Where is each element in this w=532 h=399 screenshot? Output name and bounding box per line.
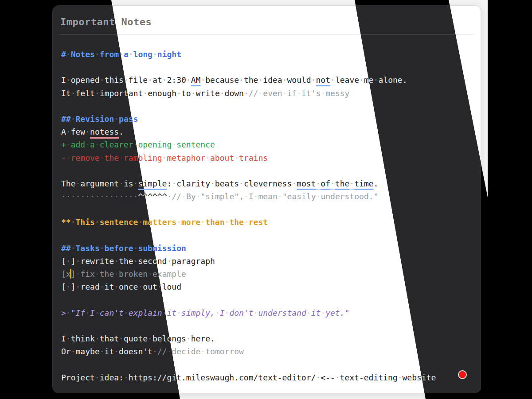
whitespace-dot: · xyxy=(95,373,100,382)
whitespace-dot: · xyxy=(90,192,95,201)
whitespace-dot: · xyxy=(71,89,76,98)
whitespace-dot: · xyxy=(176,217,181,227)
whitespace-dot: · xyxy=(85,308,90,318)
whitespace-dot: · xyxy=(349,179,354,188)
whitespace-dot: · xyxy=(148,269,153,279)
whitespace-dot: · xyxy=(105,192,110,201)
whitespace-dot: · xyxy=(95,89,100,98)
whitespace-dot: · xyxy=(124,192,129,201)
whitespace-dot: · xyxy=(148,75,153,85)
recording-indicator-dot xyxy=(459,371,466,378)
whitespace-dot: · xyxy=(321,89,325,98)
whitespace-dot: · xyxy=(234,153,239,163)
whitespace-dot: · xyxy=(316,179,321,188)
whitespace-dot: · xyxy=(210,179,215,188)
whitespace-dot: · xyxy=(100,75,105,85)
whitespace-dot: · xyxy=(71,192,76,201)
whitespace-dot: · xyxy=(138,217,143,227)
whitespace-dot: · xyxy=(225,308,230,318)
whitespace-dot: · xyxy=(95,308,100,318)
whitespace-dot: · xyxy=(66,140,71,149)
whitespace-dot: · xyxy=(95,192,100,201)
whitespace-dot: · xyxy=(359,75,364,85)
text-segment: AM xyxy=(191,75,201,85)
text-segment: not xyxy=(316,75,331,85)
whitespace-dot: · xyxy=(153,50,157,59)
whitespace-dot: · xyxy=(71,217,76,227)
whitespace-dot: · xyxy=(85,127,90,136)
whitespace-dot: · xyxy=(100,347,105,356)
whitespace-dot: · xyxy=(258,89,263,98)
whitespace-dot: · xyxy=(114,269,119,279)
whitespace-dot: · xyxy=(321,308,325,318)
whitespace-dot: · xyxy=(148,334,153,343)
whitespace-dot: · xyxy=(244,89,249,98)
whitespace-dot: · xyxy=(167,347,172,356)
whitespace-dot: · xyxy=(205,153,210,163)
whitespace-dot: · xyxy=(76,282,81,291)
text-segment: Or·maybe·it·doesn't· xyxy=(61,347,157,356)
whitespace-dot: · xyxy=(186,334,191,343)
whitespace-dot: · xyxy=(172,179,176,188)
whitespace-dot: · xyxy=(119,192,124,201)
whitespace-dot: · xyxy=(292,179,297,188)
whitespace-dot: · xyxy=(76,179,81,188)
whitespace-dot: · xyxy=(66,334,71,343)
whitespace-dot: · xyxy=(172,140,176,149)
whitespace-dot: · xyxy=(119,179,124,188)
whitespace-dot: · xyxy=(66,153,71,163)
whitespace-dot: · xyxy=(119,153,124,163)
whitespace-dot: · xyxy=(282,75,287,85)
whitespace-dot: · xyxy=(220,89,225,98)
whitespace-dot: · xyxy=(244,192,249,201)
text-segment: //·even·if·it's·messy xyxy=(249,89,350,98)
whitespace-dot: · xyxy=(200,217,205,227)
whitespace-dot: · xyxy=(66,256,71,266)
whitespace-dot: · xyxy=(95,50,100,59)
whitespace-dot: · xyxy=(100,244,105,253)
whitespace-dot: · xyxy=(66,192,71,201)
whitespace-dot: · xyxy=(129,50,133,59)
whitespace-dot: · xyxy=(239,75,244,85)
whitespace-dot: · xyxy=(133,192,138,201)
text-segment: [x xyxy=(61,269,71,279)
whitespace-dot: · xyxy=(71,114,76,124)
whitespace-dot: · xyxy=(71,347,76,356)
text-segment: The·argument·is· xyxy=(61,179,138,188)
whitespace-dot: · xyxy=(254,192,258,201)
whitespace-dot: · xyxy=(374,75,379,85)
whitespace-dot: · xyxy=(85,192,90,201)
whitespace-dot: · xyxy=(311,75,316,85)
whitespace-dot: · xyxy=(114,192,119,201)
whitespace-dot: · xyxy=(109,192,114,201)
whitespace-dot: · xyxy=(258,75,263,85)
whitespace-dot: · xyxy=(186,75,191,85)
whitespace-dot: · xyxy=(398,373,403,382)
whitespace-dot: · xyxy=(244,217,249,227)
whitespace-dot: · xyxy=(162,75,167,85)
whitespace-dot: · xyxy=(76,269,81,279)
whitespace-dot: · xyxy=(71,244,76,253)
whitespace-dot: · xyxy=(66,127,71,136)
whitespace-dot: · xyxy=(76,192,81,201)
whitespace-dot: · xyxy=(254,308,258,318)
whitespace-dot: · xyxy=(191,89,196,98)
whitespace-dot: · xyxy=(297,89,301,98)
whitespace-dot: · xyxy=(66,282,71,291)
whitespace-dot: · xyxy=(95,269,100,279)
whitespace-dot: · xyxy=(66,75,71,85)
whitespace-dot: · xyxy=(124,373,129,382)
whitespace-dot: · xyxy=(95,140,100,149)
whitespace-dot: · xyxy=(167,256,172,266)
whitespace-dot: · xyxy=(129,192,133,201)
whitespace-dot: · xyxy=(114,282,119,291)
whitespace-dot: · xyxy=(306,308,311,318)
whitespace-dot: · xyxy=(114,114,119,124)
whitespace-dot: · xyxy=(239,179,244,188)
whitespace-dot: · xyxy=(85,140,90,149)
whitespace-dot: · xyxy=(282,89,287,98)
whitespace-dot: · xyxy=(124,308,129,318)
whitespace-dot: · xyxy=(95,217,100,227)
whitespace-dot: · xyxy=(278,192,282,201)
whitespace-dot: · xyxy=(80,192,85,201)
